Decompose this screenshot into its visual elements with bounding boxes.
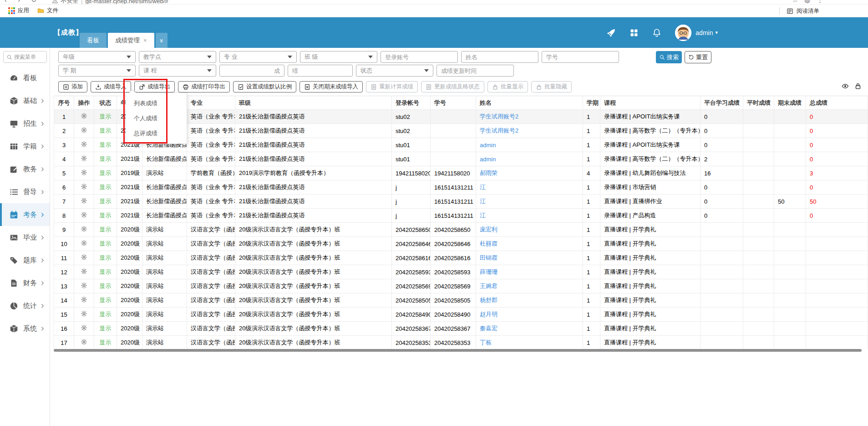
gear-icon[interactable]: [81, 197, 87, 204]
filter-select-年级[interactable]: 年级: [58, 51, 136, 63]
gear-icon[interactable]: [81, 296, 87, 303]
export-menu-item-个人成绩[interactable]: 个人成绩: [126, 111, 187, 126]
filter-input-绩[interactable]: [288, 65, 353, 77]
gear-icon[interactable]: [81, 141, 87, 148]
student-name-link[interactable]: 学生试用账号2: [480, 113, 518, 120]
browser-star-button[interactable]: ☆: [792, 0, 798, 4]
text-input[interactable]: [466, 54, 534, 61]
toolbar-button-成绩打印导出[interactable]: 成绩打印导出: [178, 81, 230, 92]
student-name-link[interactable]: 丁栋: [480, 339, 492, 346]
sidebar-item-题库[interactable]: 题库: [0, 249, 50, 272]
sidebar-item-毕业[interactable]: 毕业: [0, 226, 50, 249]
sidebar-item-财务[interactable]: 财务: [0, 272, 50, 294]
filter-input-成[interactable]: [219, 65, 284, 77]
sidebar-search-input[interactable]: [14, 54, 41, 60]
toolbar-button-重新计算成绩[interactable]: 重新计算成绩: [366, 81, 418, 92]
filter-select-教学点[interactable]: 教学点: [139, 51, 216, 63]
sidebar-search[interactable]: [3, 51, 47, 63]
sidebar-item-招生[interactable]: 招生: [0, 112, 50, 135]
gear-icon[interactable]: [81, 310, 87, 317]
student-name-link[interactable]: 郝雨荣: [480, 169, 497, 176]
student-name-link[interactable]: admin: [480, 156, 496, 163]
toolbar-button-批量隐藏[interactable]: 批量隐藏: [531, 81, 572, 92]
status-cell[interactable]: 显示: [94, 152, 117, 166]
gear-icon[interactable]: [81, 339, 87, 345]
status-cell[interactable]: 显示: [94, 322, 117, 336]
status-cell[interactable]: 显示: [94, 265, 117, 279]
close-icon[interactable]: ×: [143, 37, 147, 44]
status-cell[interactable]: 显示: [94, 251, 117, 265]
student-name-link[interactable]: 杨舒郡: [480, 297, 497, 303]
toolbar-button-成绩导出[interactable]: 成绩导出: [134, 81, 175, 92]
sidebar-item-督导[interactable]: 督导: [0, 180, 50, 203]
sidebar-item-教务[interactable]: 教务: [0, 158, 50, 180]
reset-button[interactable]: 重置: [685, 51, 711, 63]
filter-input-姓名[interactable]: [461, 51, 538, 63]
sidebar-item-学籍[interactable]: 学籍: [0, 135, 50, 158]
export-menu-item-总评成绩[interactable]: 总评成绩: [126, 126, 187, 141]
student-name-link[interactable]: 庞宏利: [480, 226, 497, 233]
filter-select-课 程[interactable]: 课 程: [139, 65, 216, 77]
student-name-link[interactable]: 杜丽霞: [480, 240, 497, 247]
lock-icon[interactable]: [854, 82, 862, 90]
bookmark-item[interactable]: 应用: [8, 7, 29, 15]
status-cell[interactable]: 显示: [94, 279, 117, 293]
eye-icon[interactable]: [842, 82, 849, 90]
tab-list-dropdown-button[interactable]: ∨: [156, 33, 168, 48]
sidebar-item-基础[interactable]: 基础: [0, 89, 50, 112]
status-cell[interactable]: 显示: [94, 223, 117, 237]
student-name-link[interactable]: 田锦霞: [480, 254, 497, 261]
browser-refresh-button[interactable]: ↻: [31, 0, 37, 4]
rocket-icon[interactable]: [607, 28, 616, 37]
gear-icon[interactable]: [81, 169, 87, 176]
text-input[interactable]: [441, 67, 509, 74]
filter-select-专 业[interactable]: 专 业: [219, 51, 297, 63]
filter-input-成绩更新时间[interactable]: [437, 65, 514, 77]
status-cell[interactable]: 显示: [94, 293, 117, 308]
toolbar-button-添加[interactable]: 添加: [58, 81, 87, 92]
toolbar-button-批量显示[interactable]: 批量显示: [487, 81, 528, 92]
status-cell[interactable]: 显示: [94, 110, 117, 124]
filter-input-学号[interactable]: [542, 51, 619, 63]
gear-icon[interactable]: [81, 254, 87, 261]
text-input[interactable]: [292, 67, 348, 74]
status-cell[interactable]: 显示: [94, 336, 117, 350]
browser-person-button[interactable]: ◍: [804, 0, 810, 4]
sidebar-item-考务[interactable]: 考务: [0, 203, 50, 226]
gear-icon[interactable]: [81, 240, 87, 246]
status-cell[interactable]: 显示: [94, 124, 117, 138]
gear-icon[interactable]: [81, 155, 87, 162]
browser-back-button[interactable]: ‹: [5, 0, 7, 4]
toolbar-button-成绩导入[interactable]: 成绩导入: [91, 81, 131, 92]
text-input[interactable]: [224, 67, 280, 74]
grid-icon[interactable]: [629, 28, 639, 37]
status-cell[interactable]: 显示: [94, 195, 117, 209]
filter-select-状态[interactable]: 状态: [356, 65, 433, 77]
tab-看板[interactable]: 看板: [80, 33, 107, 48]
browser-forward-button[interactable]: ›: [18, 0, 20, 4]
bell-icon[interactable]: [652, 28, 661, 37]
student-name-link[interactable]: 薛珊珊: [480, 268, 497, 275]
student-name-link[interactable]: 秦嘉宏: [480, 325, 497, 332]
sidebar-item-统计[interactable]: 统计: [0, 294, 50, 317]
text-input[interactable]: [546, 54, 614, 61]
gear-icon[interactable]: [81, 268, 87, 275]
bookmark-item[interactable]: 文件: [37, 7, 58, 15]
sidebar-item-看板[interactable]: 看板: [0, 67, 50, 89]
status-cell[interactable]: 显示: [94, 138, 117, 152]
filter-select-学 期[interactable]: 学 期: [58, 65, 136, 77]
gear-icon[interactable]: [81, 282, 87, 289]
text-input[interactable]: [385, 54, 453, 61]
gear-icon[interactable]: [81, 113, 87, 119]
student-name-link[interactable]: 江: [480, 198, 486, 205]
reading-list[interactable]: 阅读清单: [779, 5, 819, 17]
status-cell[interactable]: 显示: [94, 308, 117, 322]
browser-dots-button[interactable]: ⋮: [817, 0, 823, 4]
sidebar-item-系统[interactable]: 系统: [0, 317, 50, 340]
tab-成绩管理[interactable]: 成绩管理×: [108, 33, 154, 48]
toolbar-button-设置成绩默认比例[interactable]: 设置成绩默认比例: [233, 81, 296, 92]
gear-icon[interactable]: [81, 127, 87, 133]
toolbar-button-关闭期末成绩导入[interactable]: 关闭期末成绩导入: [299, 81, 363, 92]
student-name-link[interactable]: 王婉君: [480, 282, 497, 289]
filter-input-登录账号[interactable]: [381, 51, 458, 63]
